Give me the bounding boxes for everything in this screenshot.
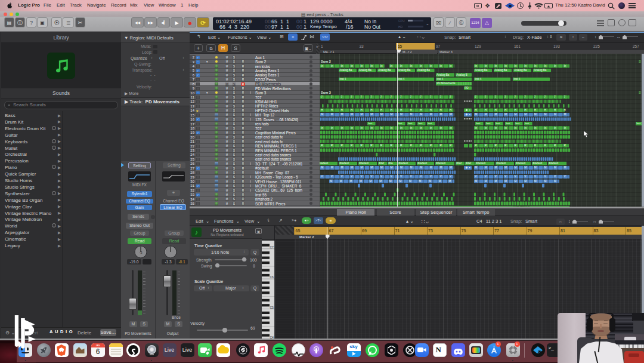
svg-text:In: In [544, 64, 546, 67]
svg-text:7: 7 [370, 96, 372, 99]
svg-text:M: M [504, 113, 507, 116]
svg-text:#default: #default [417, 162, 428, 165]
svg-text:In: In [430, 127, 432, 130]
svg-text:H: H [524, 109, 526, 112]
svg-text:7: 7 [340, 96, 342, 99]
svg-text:M: M [399, 180, 401, 183]
svg-text:M: M [564, 113, 566, 116]
svg-text:M: M [340, 166, 343, 169]
svg-text:M: M [544, 180, 546, 183]
svg-text:M: M [475, 113, 477, 116]
svg-text:M: M [419, 180, 422, 183]
svg-text:In: In [410, 127, 413, 130]
svg-text:Inst: Inst [496, 122, 500, 125]
svg-text:M: M [370, 113, 373, 116]
svg-text:M: M [485, 113, 487, 116]
svg-text:7: 7 [430, 96, 432, 99]
svg-text:M: M [400, 113, 402, 116]
svg-text:M: M [439, 113, 442, 116]
svg-text:7: 7 [420, 96, 422, 99]
svg-text:M: M [351, 113, 353, 116]
svg-text:M: M [340, 113, 343, 116]
svg-text:Analog Ba: Analog Ba [417, 69, 431, 72]
svg-text:7: 7 [380, 96, 382, 99]
svg-text:#default: #default [476, 162, 486, 165]
svg-text:In: In [534, 127, 537, 130]
svg-text:S: S [639, 91, 641, 94]
svg-text:M: M [485, 166, 487, 169]
svg-text:M: M [379, 180, 382, 183]
svg-text:M: M [494, 166, 497, 169]
svg-text:7: 7 [534, 96, 536, 99]
svg-text:M: M [485, 180, 487, 183]
svg-text:Inst 4: Inst 4 [475, 78, 482, 81]
svg-text:M: M [351, 166, 353, 169]
svg-text:M: M [361, 113, 363, 116]
svg-text:Inst: Inst [476, 122, 481, 125]
svg-text:In: In [564, 127, 566, 130]
svg-text:In: In [450, 127, 452, 130]
svg-text:M: M [331, 113, 333, 116]
svg-text:M: M [429, 180, 431, 183]
svg-text:In: In [475, 127, 477, 130]
svg-text:M: M [544, 113, 546, 116]
svg-text:C7: C7 [270, 245, 274, 249]
svg-text:M: M [524, 180, 527, 183]
svg-text:#de: #de [388, 162, 393, 165]
svg-text:M: M [515, 113, 517, 116]
svg-text:#default: #default [359, 162, 369, 165]
svg-text:M: M [564, 166, 566, 169]
svg-text:M: M [430, 166, 432, 169]
svg-text:In: In [494, 64, 497, 67]
svg-text:Analog Ba: Analog Ba [359, 69, 372, 72]
svg-text:H: H [534, 109, 536, 112]
svg-text:#default: #default [320, 162, 329, 165]
svg-text:In: In [351, 64, 353, 67]
svg-text:H: H [515, 109, 516, 112]
svg-text:Analog Ba: Analog Ba [339, 69, 352, 72]
svg-text:PD Movements: PD Movements [436, 82, 456, 85]
svg-text:7: 7 [564, 96, 566, 99]
svg-text:#default: #default [339, 162, 349, 165]
svg-text:In: In [534, 64, 537, 67]
svg-text:#default: #default [496, 162, 506, 165]
svg-text:7: 7 [400, 96, 402, 99]
svg-text:In: In [485, 127, 487, 130]
svg-text:Sum 2: Sum 2 [321, 60, 331, 63]
svg-text:7: 7 [450, 96, 451, 99]
svg-text:7: 7 [544, 96, 546, 99]
svg-text:Analog Ba: Analog Ba [534, 69, 547, 72]
svg-text:In: In [331, 64, 333, 67]
svg-text:H: H [564, 109, 566, 112]
svg-text:Inst: Inst [428, 122, 432, 125]
svg-text:In: In [361, 64, 363, 67]
svg-text:In: In [340, 64, 343, 67]
svg-text:M: M [400, 166, 402, 169]
svg-text:M: M [321, 113, 323, 116]
svg-text:C5: C5 [270, 306, 274, 309]
svg-text:In: In [475, 64, 477, 67]
svg-text:Inst 4: Inst 4 [436, 78, 444, 81]
svg-text:M: M [389, 180, 392, 183]
svg-text:In: In [361, 127, 363, 130]
svg-text:M: M [370, 166, 373, 169]
svg-text:M: M [340, 180, 342, 183]
svg-text:H: H [430, 109, 432, 112]
svg-text:Inst 4: Inst 4 [398, 78, 405, 81]
svg-text:M: M [554, 166, 556, 169]
svg-text:#def: #def [379, 162, 385, 165]
svg-text:#default: #default [398, 162, 408, 165]
svg-text:7: 7 [494, 96, 496, 99]
svg-text:H: H [485, 109, 487, 112]
svg-text:M: M [494, 113, 497, 116]
svg-text:Inst: Inst [636, 122, 641, 125]
svg-text:7: 7 [321, 96, 323, 99]
svg-text:M: M [330, 180, 332, 183]
svg-text:M: M [380, 113, 383, 116]
svg-text:7: 7 [554, 96, 556, 99]
svg-text:In: In [524, 64, 527, 67]
svg-text:H: H [450, 109, 451, 112]
svg-text:#def: #def [466, 162, 472, 165]
svg-text:H: H [439, 109, 441, 112]
svg-text:M: M [504, 180, 507, 183]
